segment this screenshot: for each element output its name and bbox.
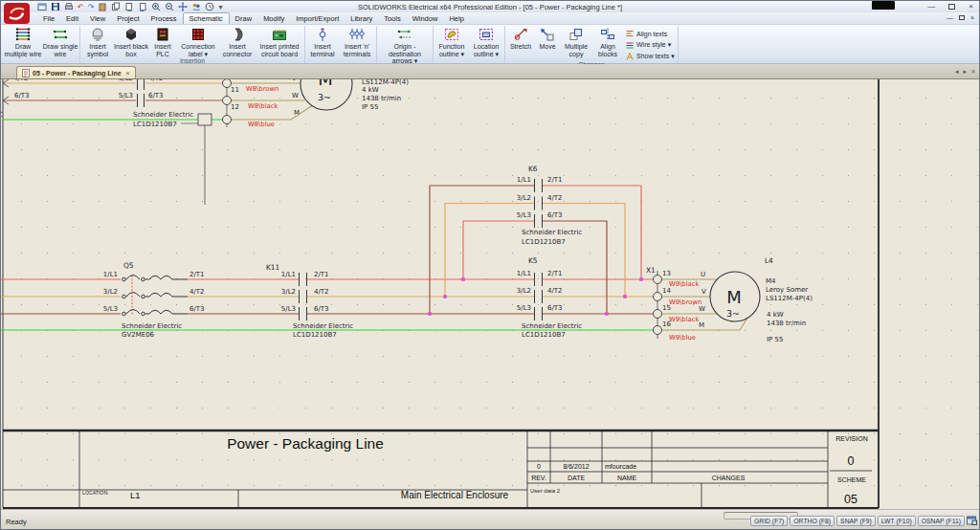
motor-ip: IP 55 <box>362 103 378 111</box>
wire-style-button[interactable]: Wire style ▾ <box>625 40 675 50</box>
insert-symbol-icon <box>89 27 106 42</box>
tab-nav-right-icon[interactable]: ▸ <box>963 68 967 76</box>
mdi-restore-button[interactable] <box>959 15 965 20</box>
wire-cable-label: W8\blue <box>248 121 275 128</box>
connection-label-button[interactable]: Connection label ▾ <box>177 26 219 57</box>
pole-label: 3/L2 <box>103 288 118 296</box>
menu-help[interactable]: Help <box>443 13 469 24</box>
draw-multiple-wire-button[interactable]: Draw multiple wire <box>4 26 42 57</box>
m4-motor-phase: 3~ <box>726 308 740 319</box>
cable-marker-box[interactable] <box>181 114 212 205</box>
tab-nav-close-icon[interactable]: × <box>971 68 975 76</box>
phase2-orange-wires[interactable] <box>1 83 654 297</box>
menu-library[interactable]: Library <box>345 13 378 24</box>
scheme-value: 05 <box>844 493 858 506</box>
insert-plc-button[interactable]: Insert PLC <box>148 26 177 57</box>
mdi-close-button[interactable]: × <box>970 14 974 21</box>
group-label <box>434 57 503 63</box>
ortho-toggle-button[interactable]: ORTHO (F8) <box>790 516 835 526</box>
menu-window[interactable]: Window <box>407 13 444 24</box>
phase3-darkred-wires[interactable] <box>1 100 654 314</box>
multiple-copy-button[interactable]: Multiple copy <box>560 26 592 61</box>
menu-view[interactable]: View <box>84 13 111 24</box>
mdi-minimize-button[interactable]: — <box>947 14 953 21</box>
neutral-green-wires[interactable] <box>1 120 654 330</box>
ribbon-group-changes: Stretch Move Multiple copy Align blocks <box>505 26 679 63</box>
menu-draw[interactable]: Draw <box>230 13 258 24</box>
top-motor-letter: M <box>318 79 333 89</box>
insert-black-box-button[interactable]: Insert black box <box>114 26 148 57</box>
menu-tools[interactable]: Tools <box>378 13 407 24</box>
minimize-button[interactable]: — <box>927 2 935 11</box>
menu-schematic[interactable]: Schematic <box>183 12 230 24</box>
location-outline-button[interactable]: Location outline ▾ <box>469 26 503 57</box>
insert-pcb-button[interactable]: Insert printed circuit board <box>256 26 303 57</box>
tab-nav-left-icon[interactable]: ◂ <box>955 68 959 76</box>
grid-toggle-button[interactable]: GRID (F7) <box>750 516 788 526</box>
pole-label: 6/T3 <box>547 304 563 312</box>
menu-modify[interactable]: Modify <box>257 13 290 24</box>
workspace-icon[interactable] <box>967 516 977 525</box>
q5-breaker-symbol[interactable] <box>122 276 188 317</box>
drawing-canvas[interactable]: M 3~ M 3~ 4/T2 6/T3 3/L2 4/T2 5/L3 6/T3 … <box>1 79 979 509</box>
pole-label: 3/L2 <box>517 287 531 295</box>
menu-file[interactable]: File <box>37 13 60 24</box>
menu-import-export[interactable]: Import/Export <box>290 13 345 24</box>
m4-motor-symbol[interactable]: M 3~ <box>710 272 760 321</box>
button-label: Wire style ▾ <box>636 41 671 49</box>
button-label: Insert 'n' terminals <box>339 43 375 57</box>
align-texts-button[interactable]: Align texts <box>625 29 675 38</box>
pole-label: 4/T2 <box>547 287 563 295</box>
show-texts-button[interactable]: Show texts ▾ <box>625 52 675 61</box>
window-controls: — × <box>927 2 973 11</box>
name-value: mfourcade <box>605 463 636 470</box>
tab-close-icon[interactable]: × <box>126 70 130 77</box>
origin-destination-arrows-button[interactable]: Origin - destination arrows ▾ <box>378 26 432 65</box>
part-number: LC1D1210B7 <box>133 121 177 128</box>
lwt-toggle-button[interactable]: LWT (F10) <box>878 516 916 526</box>
pole-label: 2/T1 <box>314 271 329 278</box>
button-label: Align texts <box>636 31 667 37</box>
insert-symbol-button[interactable]: Insert symbol <box>81 26 114 57</box>
motor-terminal-letter: U <box>701 271 705 278</box>
changes-small-buttons: Align texts Wire style ▾ Show texts ▾ <box>623 26 677 61</box>
function-outline-button[interactable]: Function outline ▾ <box>434 26 469 57</box>
tab-05-power-packaging-line[interactable]: 05 - Power - Packaging Line × <box>16 66 136 78</box>
move-button[interactable]: Move <box>535 26 560 61</box>
stretch-button[interactable]: Stretch <box>506 26 535 61</box>
x1-terminal-strip[interactable] <box>654 271 662 339</box>
insert-connector-button[interactable]: Insert connector <box>219 26 256 57</box>
ribbon-group-arrows: Origin - destination arrows ▾ <box>377 26 434 63</box>
group-label <box>4 57 78 63</box>
draw-single-wire-button[interactable]: Draw single wire <box>42 26 78 57</box>
close-button[interactable]: × <box>969 2 973 11</box>
manufacturer: Schneider Electric <box>293 322 353 330</box>
m4-motor-letter: M <box>726 287 742 307</box>
snap-toggle-button[interactable]: SNAP (F9) <box>836 516 876 526</box>
statusbar: Ready GRID (F7) ORTHO (F8) SNAP (F9) LWT… <box>1 509 979 529</box>
pole-label: 5/L3 <box>281 305 296 313</box>
align-blocks-button[interactable]: Align blocks <box>592 26 623 61</box>
menu-edit[interactable]: Edit <box>60 13 84 24</box>
k6-contactor-symbol[interactable] <box>535 179 543 228</box>
osnap-toggle-button[interactable]: OSNAP (F11) <box>918 516 965 526</box>
insert-n-terminals-button[interactable]: Insert 'n' terminals <box>339 26 375 57</box>
insert-terminal-button[interactable]: Insert terminal <box>306 26 339 57</box>
rev-header: REV. <box>531 475 546 481</box>
origin-destination-arrows-icon <box>396 27 413 42</box>
k11-labels: K11 1/L1 2/T1 3/L2 4/T2 5/L3 6/T3 Schnei… <box>266 263 353 339</box>
menu-project[interactable]: Project <box>111 13 145 24</box>
changes-header: CHANGES <box>712 475 746 481</box>
status-message: Ready <box>6 518 27 526</box>
drawing-doc-icon <box>22 69 30 77</box>
location-value: L1 <box>130 490 141 500</box>
k11-contactor-symbol[interactable] <box>300 273 307 320</box>
k5-contactor-symbol[interactable] <box>535 273 543 320</box>
pole-label: 6/T3 <box>148 92 164 99</box>
top-motor-symbol[interactable]: M 3~ <box>301 79 352 110</box>
part-number: LC1D1210B7 <box>522 331 566 339</box>
menu-process[interactable]: Process <box>145 13 183 24</box>
maximize-button[interactable] <box>948 4 955 10</box>
pole-label: 1/L1 <box>281 271 296 278</box>
pole-label: 3/L2 <box>119 79 133 82</box>
